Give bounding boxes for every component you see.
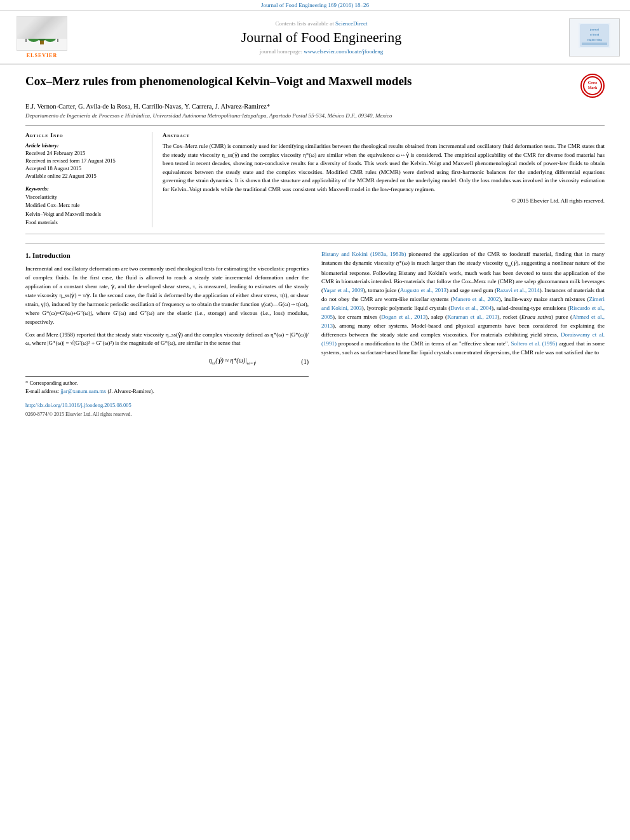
revised-date: Received in revised form 17 August 2015 [25, 157, 144, 165]
homepage-url[interactable]: www.elsevier.com/locate/jfoodeng [304, 48, 383, 55]
affiliation: Departamento de Ingeniería de Procesos e… [25, 112, 605, 119]
history-label: Article history: [25, 142, 144, 149]
footnote-area: * Corresponding author. E-mail address: … [25, 376, 309, 396]
svg-point-2 [32, 23, 51, 41]
manero-link[interactable]: Manero et al., 2002 [453, 296, 499, 302]
journal-logo-icon: journal of food engineering [579, 23, 610, 51]
keywords-food: Food materials [25, 218, 144, 227]
intro-paragraph1: Incremental and oscillatory deformations… [25, 265, 309, 327]
intro-paragraph2: Cox and Merz (1958) reported that the st… [25, 331, 309, 349]
svg-text:engineering: engineering [587, 38, 602, 41]
journal-name: Journal of Food Engineering [74, 29, 569, 46]
karaman-link[interactable]: Karaman et al., 2013 [447, 314, 497, 320]
right-column: Bistany and Kokini (1983a, 1983b) pionee… [321, 250, 605, 418]
article-container: Cox–Merz rules from phenomenological Kel… [0, 65, 630, 427]
right-paragraph1: Bistany and Kokini (1983a, 1983b) pionee… [321, 250, 605, 357]
email-link[interactable]: jjar@xanum.uam.mx [60, 388, 106, 394]
equation-1-text: ηss(γ̇) ≈ η*(ω)|ω=γ̇ [163, 356, 301, 367]
bistany-link[interactable]: Bistany and Kokini (1983a, 1983b) [321, 251, 406, 257]
abstract-text: The Cox–Merz rule (CMR) is commonly used… [163, 142, 605, 194]
elsevier-logo-image [17, 16, 67, 51]
svg-text:Cross: Cross [588, 81, 598, 84]
journal-title-center: Contents lists available at ScienceDirec… [74, 20, 569, 55]
svg-text:of food: of food [590, 33, 600, 36]
article-info-title: Article Info [25, 132, 144, 138]
intro-heading: 1. Introduction [25, 250, 309, 261]
journal-citation: Journal of Food Engineering 169 (2016) 1… [0, 0, 630, 11]
equation-1-block: ηss(γ̇) ≈ η*(ω)|ω=γ̇ (1) [25, 353, 309, 370]
left-column: 1. Introduction Incremental and oscillat… [25, 250, 309, 418]
abstract-title: Abstract [163, 132, 605, 138]
elsevier-label: ELSEVIER [27, 53, 57, 58]
doraiswamy-link[interactable]: Doraiswamy et al. (1991) [321, 331, 605, 347]
doi-line: http://dx.doi.org/10.1016/j.jfoodeng.201… [25, 401, 309, 410]
received-date: Received 24 February 2015 [25, 150, 144, 157]
journal-homepage: journal homepage: www.elsevier.com/locat… [74, 48, 569, 55]
keywords-viscoelasticity: Viscoelasticity [25, 193, 144, 202]
available-date: Available online 22 August 2015 [25, 173, 144, 180]
copyright-line: © 2015 Elsevier Ltd. All rights reserved… [163, 197, 605, 204]
svg-point-7 [56, 32, 60, 36]
equation-1-number: (1) [301, 357, 309, 367]
article-title-block: Cox–Merz rules from phenomenological Kel… [25, 74, 605, 98]
issn-line: 0260-8774/© 2015 Elsevier Ltd. All right… [25, 411, 309, 418]
crossmark-badge: Cross Mark [580, 74, 605, 98]
email-footnote: E-mail address: jjar@xanum.uam.mx (J. Al… [25, 387, 309, 396]
keywords-modified-cmr: Modified Cox–Merz rule [25, 201, 144, 210]
dogan-link[interactable]: Dogan et al., 2013 [381, 314, 426, 320]
accepted-date: Accepted 18 August 2015 [25, 165, 144, 173]
svg-text:Mark: Mark [588, 86, 598, 90]
doi-url[interactable]: http://dx.doi.org/10.1016/j.jfoodeng.201… [25, 402, 131, 408]
yasar-link[interactable]: Yaşar et al., 2009 [323, 287, 363, 293]
keywords-label: Keywords: [25, 185, 144, 192]
journal-logo-right: journal of food engineering [569, 18, 620, 57]
authors-line: E.J. Vernon-Carter, G. Avila-de la Rosa,… [25, 103, 605, 110]
sciencedirect-link: Contents lists available at ScienceDirec… [74, 20, 569, 27]
soltero-link[interactable]: Soltero et al. (1995) [511, 340, 557, 347]
sciencedirect-anchor[interactable]: ScienceDirect [335, 20, 367, 27]
corresponding-author: * Corresponding author. [25, 379, 309, 387]
body-columns: 1. Introduction Incremental and oscillat… [25, 250, 605, 418]
davis-link[interactable]: Davis et al., 2004 [450, 305, 492, 311]
abstract-section: Abstract The Cox–Merz rule (CMR) is comm… [163, 132, 605, 227]
augusto-link[interactable]: Augusto et al., 2013 [400, 287, 446, 293]
svg-point-4 [44, 32, 57, 42]
article-info: Article Info Article history: Received 2… [25, 132, 152, 227]
svg-point-5 [24, 32, 28, 36]
article-title-text: Cox–Merz rules from phenomenological Kel… [25, 74, 412, 90]
keywords-models: Kelvin–Voigt and Maxwell models [25, 210, 144, 219]
elsevier-logo: ELSEVIER [10, 16, 74, 58]
svg-text:journal: journal [589, 28, 600, 31]
razavi-link[interactable]: Razavi et al., 2014 [497, 287, 540, 293]
journal-header: ELSEVIER Contents lists available at Sci… [0, 11, 630, 65]
svg-point-3 [27, 32, 40, 42]
section-divider [25, 243, 605, 244]
article-meta: Article Info Article history: Received 2… [25, 125, 605, 234]
